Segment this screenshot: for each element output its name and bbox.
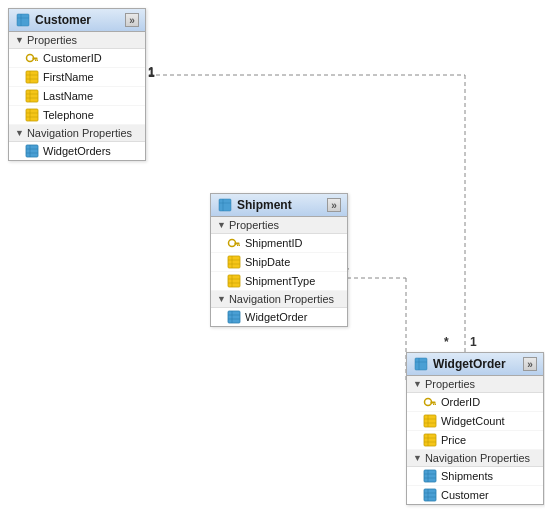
shipment-widgetorder-row: WidgetOrder xyxy=(211,308,347,326)
shipment-shipmenttype-label: ShipmentType xyxy=(245,275,315,287)
svg-rect-34 xyxy=(228,256,240,268)
svg-rect-32 xyxy=(237,245,239,247)
widgetorder-orderid-label: OrderID xyxy=(441,396,480,408)
widgetorder-shipments-row: Shipments xyxy=(407,467,543,486)
customer-props-toggle: ▼ xyxy=(15,35,24,45)
orderid-key-icon xyxy=(423,395,437,409)
customerid-key-icon xyxy=(25,51,39,65)
widgetcount-field-icon xyxy=(423,414,437,428)
price-field-icon xyxy=(423,433,437,447)
customer-navprops-label: Navigation Properties xyxy=(27,127,132,139)
svg-rect-50 xyxy=(431,402,436,404)
customer-firstname-row: FirstName xyxy=(9,68,145,87)
svg-point-49 xyxy=(425,399,432,406)
svg-rect-57 xyxy=(424,434,436,446)
customer-navprops-toggle: ▼ xyxy=(15,128,24,138)
widgetorder-customer-label: Customer xyxy=(441,489,489,501)
customer-collapse-btn[interactable]: » xyxy=(125,13,139,27)
widgetorder-title: WidgetOrder xyxy=(433,357,506,371)
lastname-field-icon xyxy=(25,89,39,103)
svg-rect-8 xyxy=(33,58,38,60)
shipdate-field-icon xyxy=(227,255,241,269)
svg-rect-38 xyxy=(228,275,240,287)
shipment-properties-label: Properties xyxy=(229,219,279,231)
svg-rect-4 xyxy=(17,14,29,26)
widgetorder-entity-icon xyxy=(413,356,429,372)
shipment-navprops-header: ▼ Navigation Properties xyxy=(211,291,347,308)
customer-widgetorders-row: WidgetOrders xyxy=(9,142,145,160)
shipment-header-left: Shipment xyxy=(217,197,292,213)
shipment-widgetorder-nav-icon xyxy=(227,310,241,324)
customer-header-left: Customer xyxy=(15,12,91,28)
shipment-entity-icon xyxy=(217,197,233,213)
svg-rect-42 xyxy=(228,311,240,323)
firstname-field-icon xyxy=(25,70,39,84)
customer-header: Customer » xyxy=(9,9,145,32)
widgetorder-navprops-label: Navigation Properties xyxy=(425,452,530,464)
widgetorder-widgetcount-label: WidgetCount xyxy=(441,415,505,427)
shipment-navprops-label: Navigation Properties xyxy=(229,293,334,305)
svg-rect-15 xyxy=(26,90,38,102)
entity-widgetorder: WidgetOrder » ▼ Properties OrderID xyxy=(406,352,544,505)
customer-properties-header: ▼ Properties xyxy=(9,32,145,49)
customer-customerid-row: CustomerID xyxy=(9,49,145,68)
svg-point-7 xyxy=(27,55,34,62)
customer-navprops-header: ▼ Navigation Properties xyxy=(9,125,145,142)
svg-rect-9 xyxy=(35,60,37,62)
widgetorder-header: WidgetOrder » xyxy=(407,353,543,376)
customer-firstname-label: FirstName xyxy=(43,71,94,83)
entity-customer: Customer » ▼ Properties CustomerID xyxy=(8,8,146,161)
customer-lastname-label: LastName xyxy=(43,90,93,102)
multiplicity-star-widgetorder: * xyxy=(444,335,449,349)
shipments-nav-icon xyxy=(423,469,437,483)
svg-rect-52 xyxy=(435,404,436,406)
svg-rect-33 xyxy=(239,245,240,247)
widgetorder-collapse-btn[interactable]: » xyxy=(523,357,537,371)
diagram-canvas: 1 * 1 * 1 Customer » ▼ Properties xyxy=(0,0,545,519)
svg-rect-23 xyxy=(26,145,38,157)
shipment-title: Shipment xyxy=(237,198,292,212)
shipment-collapse-btn[interactable]: » xyxy=(327,198,341,212)
svg-rect-10 xyxy=(37,60,38,62)
widgetorder-navprops-header: ▼ Navigation Properties xyxy=(407,450,543,467)
svg-rect-19 xyxy=(26,109,38,121)
customer-telephone-row: Telephone xyxy=(9,106,145,125)
telephone-field-icon xyxy=(25,108,39,122)
shipment-widgetorder-label: WidgetOrder xyxy=(245,311,307,323)
widgetorder-orderid-row: OrderID xyxy=(407,393,543,412)
widgetorder-properties-label: Properties xyxy=(425,378,475,390)
customer-lastname-row: LastName xyxy=(9,87,145,106)
shipment-shipmenttype-row: ShipmentType xyxy=(211,272,347,291)
svg-rect-51 xyxy=(433,404,435,406)
customer-telephone-label: Telephone xyxy=(43,109,94,121)
widgetorder-customer-nav-icon xyxy=(423,488,437,502)
shipmenttype-field-icon xyxy=(227,274,241,288)
customer-title: Customer xyxy=(35,13,91,27)
widgetorder-header-left: WidgetOrder xyxy=(413,356,506,372)
shipment-shipmentid-label: ShipmentID xyxy=(245,237,302,249)
svg-rect-11 xyxy=(26,71,38,83)
shipment-shipdate-row: ShipDate xyxy=(211,253,347,272)
svg-rect-27 xyxy=(219,199,231,211)
svg-rect-53 xyxy=(424,415,436,427)
widgetorder-customer-row: Customer xyxy=(407,486,543,504)
widgetorder-price-row: Price xyxy=(407,431,543,450)
shipment-shipmentid-row: ShipmentID xyxy=(211,234,347,253)
svg-rect-65 xyxy=(424,489,436,501)
customer-widgetorders-label: WidgetOrders xyxy=(43,145,111,157)
widgetorder-widgetcount-row: WidgetCount xyxy=(407,412,543,431)
shipmentid-key-icon xyxy=(227,236,241,250)
widgetorder-properties-header: ▼ Properties xyxy=(407,376,543,393)
widgetorder-shipments-label: Shipments xyxy=(441,470,493,482)
customer-entity-icon xyxy=(15,12,31,28)
widgetorders-nav-icon xyxy=(25,144,39,158)
customer-properties-label: Properties xyxy=(27,34,77,46)
svg-point-30 xyxy=(229,240,236,247)
customer-customerid-label: CustomerID xyxy=(43,52,102,64)
shipment-properties-header: ▼ Properties xyxy=(211,217,347,234)
shipment-header: Shipment » xyxy=(211,194,347,217)
multiplicity-1-widgetorder: 1 xyxy=(470,335,477,349)
entity-shipment: Shipment » ▼ Properties ShipmentID xyxy=(210,193,348,327)
label-1-near-customer: 1 xyxy=(148,66,155,80)
svg-rect-46 xyxy=(415,358,427,370)
